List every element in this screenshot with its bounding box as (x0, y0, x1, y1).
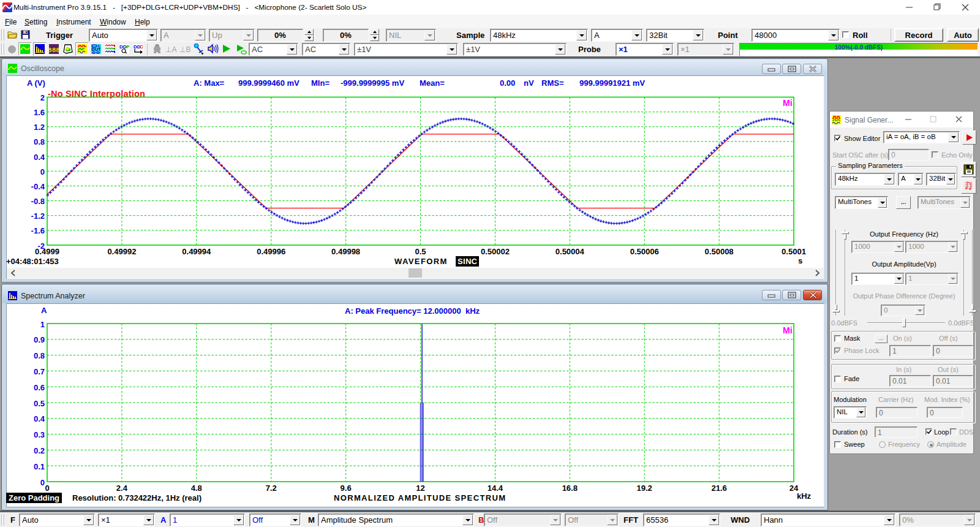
svg-text:P: P (126, 44, 129, 50)
svg-text:888: 888 (49, 47, 59, 54)
svg-text:C: C (140, 44, 143, 50)
svg-text:DUT: DUT (91, 47, 101, 52)
